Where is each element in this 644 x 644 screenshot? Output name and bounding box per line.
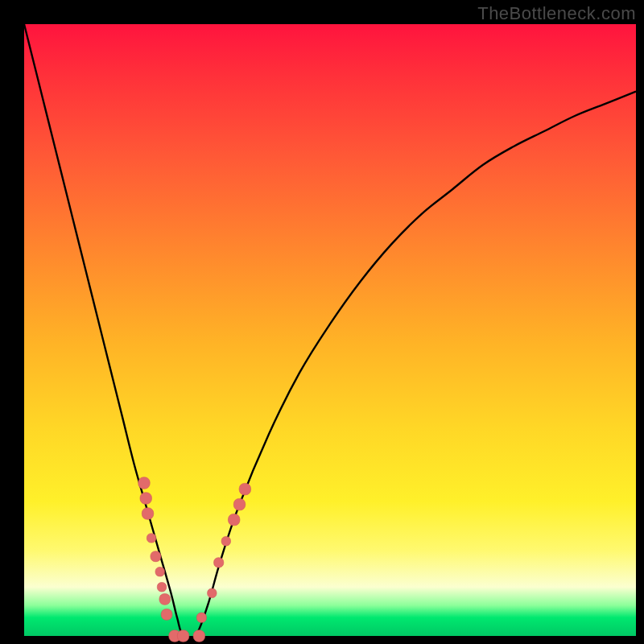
plot-area bbox=[24, 24, 636, 636]
curve-marker bbox=[161, 609, 172, 621]
curve-marker bbox=[239, 483, 250, 494]
curve-marker bbox=[140, 493, 151, 504]
curve-marker bbox=[233, 498, 245, 510]
watermark-text: TheBottleneck.com bbox=[477, 3, 636, 24]
curve-marker bbox=[151, 551, 161, 562]
curve-marker bbox=[228, 514, 239, 525]
curve-marker bbox=[159, 594, 171, 605]
bottleneck-curve bbox=[24, 24, 636, 639]
chart-svg bbox=[24, 24, 636, 636]
curve-marker bbox=[221, 537, 230, 546]
curve-marker bbox=[155, 568, 164, 576]
curve-marker bbox=[214, 558, 224, 568]
curve-marker bbox=[138, 477, 150, 489]
curve-marker bbox=[142, 508, 153, 519]
chart-frame: TheBottleneck.com bbox=[0, 0, 644, 644]
curve-marker bbox=[208, 588, 217, 597]
curve-marker bbox=[147, 534, 155, 543]
curve-marker bbox=[196, 613, 206, 622]
curve-marker bbox=[177, 630, 188, 642]
curve-marker bbox=[157, 583, 166, 592]
curve-markers bbox=[138, 477, 251, 642]
curve-marker bbox=[193, 630, 204, 642]
